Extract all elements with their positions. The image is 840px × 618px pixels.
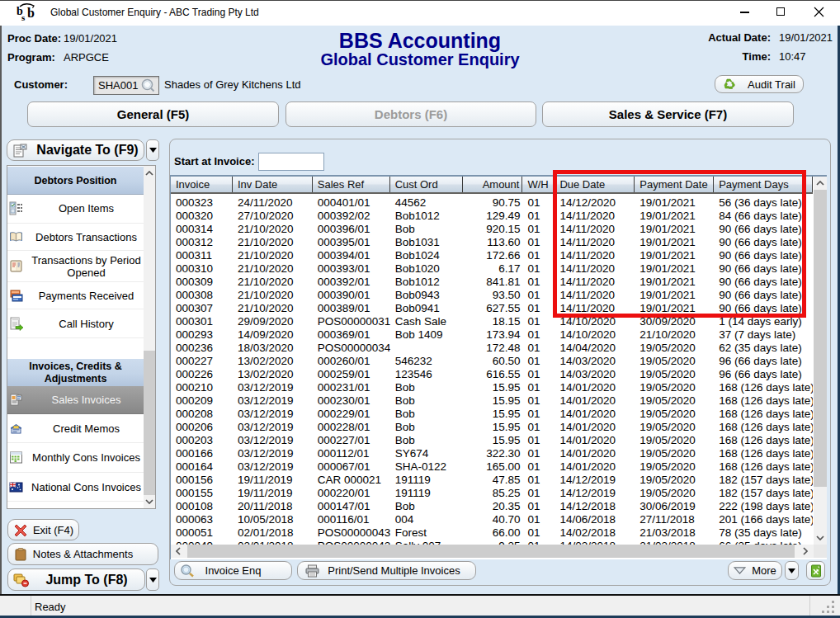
svg-text:b: b	[27, 6, 35, 20]
svg-text:s: s	[21, 12, 26, 22]
